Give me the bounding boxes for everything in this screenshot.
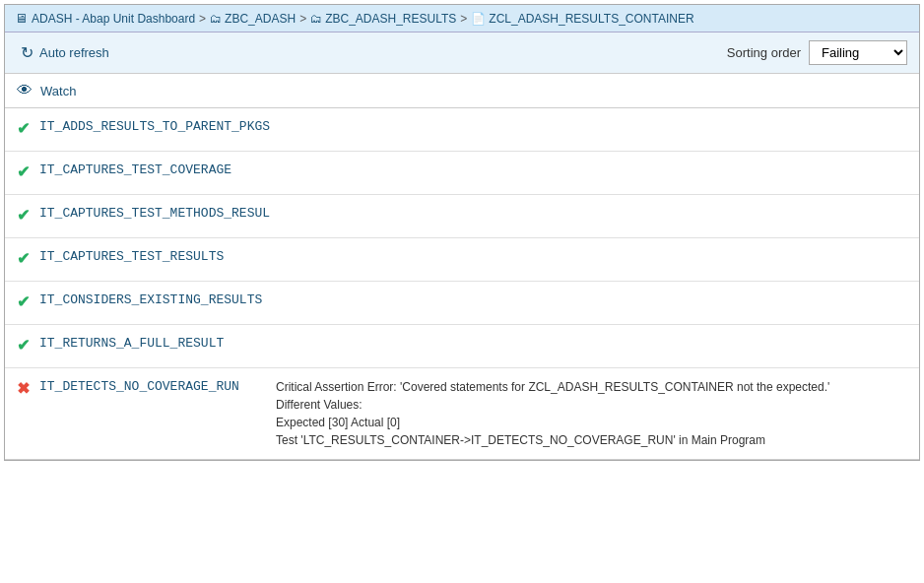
table-row[interactable]: ✔ IT_CAPTURES_TEST_COVERAGE [5, 152, 919, 195]
breadcrumb-root[interactable]: ADASH - Abap Unit Dashboard [32, 12, 195, 26]
test-name: IT_CONSIDERS_EXISTING_RESULTS [39, 292, 262, 307]
test-name: IT_ADDS_RESULTS_TO_PARENT_PKGS [39, 118, 270, 134]
sorting-order-select[interactable]: Failing Passing Name [809, 40, 907, 65]
breadcrumb-sep-1: > [199, 12, 206, 26]
refresh-icon: ↻ [21, 43, 33, 62]
pass-icon: ✔ [17, 292, 30, 311]
table-row[interactable]: ✖ IT_DETECTS_NO_COVERAGE_RUN Critical As… [5, 368, 919, 460]
breadcrumb: 🖥 ADASH - Abap Unit Dashboard > 🗂 ZBC_AD… [5, 5, 919, 32]
test-list: ✔ IT_ADDS_RESULTS_TO_PARENT_PKGS ✔ IT_CA… [5, 108, 919, 460]
watch-label: Watch [40, 84, 76, 98]
breadcrumb-item-2[interactable]: 🗂 ZBC_ADASH_RESULTS [310, 12, 456, 26]
breadcrumb-home-icon: 🖥 [15, 11, 28, 26]
toolbar: ↻ Auto refresh Sorting order Failing Pas… [5, 32, 919, 74]
document-icon: 📄 [471, 12, 486, 26]
table-row[interactable]: ✔ IT_RETURNS_A_FULL_RESULT [5, 325, 919, 368]
table-row[interactable]: ✔ IT_CAPTURES_TEST_RESULTS [5, 238, 919, 282]
test-name: IT_RETURNS_A_FULL_RESULT [39, 335, 256, 351]
pass-icon: ✔ [17, 336, 30, 355]
fail-icon: ✖ [17, 379, 30, 398]
toolbar-right: Sorting order Failing Passing Name [727, 40, 907, 65]
pass-icon: ✔ [17, 162, 30, 181]
watch-row[interactable]: 👁 Watch [5, 74, 919, 108]
test-error-detail: Critical Assertion Error: 'Covered state… [276, 378, 829, 449]
table-row[interactable]: ✔ IT_CONSIDERS_EXISTING_RESULTS [5, 282, 919, 325]
pass-icon: ✔ [17, 249, 30, 268]
eye-icon: 👁 [17, 82, 33, 99]
breadcrumb-item-3[interactable]: 📄 ZCL_ADASH_RESULTS_CONTAINER [471, 12, 693, 26]
test-name: IT_DETECTS_NO_COVERAGE_RUN [39, 378, 256, 394]
folder-icon-1: 🗂 [210, 12, 222, 26]
pass-icon: ✔ [17, 119, 30, 138]
table-row[interactable]: ✔ IT_CAPTURES_TEST_METHODS_RESUL [5, 195, 919, 238]
main-container: 🖥 ADASH - Abap Unit Dashboard > 🗂 ZBC_AD… [4, 4, 920, 461]
folder-icon-2: 🗂 [310, 12, 322, 26]
pass-icon: ✔ [17, 206, 30, 225]
breadcrumb-sep-2: > [299, 12, 306, 26]
auto-refresh-label: Auto refresh [39, 45, 109, 60]
auto-refresh-button[interactable]: ↻ Auto refresh [17, 41, 113, 64]
sorting-label: Sorting order [727, 45, 801, 60]
test-name: IT_CAPTURES_TEST_COVERAGE [39, 162, 256, 177]
test-name: IT_CAPTURES_TEST_METHODS_RESUL [39, 205, 270, 221]
table-row[interactable]: ✔ IT_ADDS_RESULTS_TO_PARENT_PKGS [5, 108, 919, 152]
toolbar-left: ↻ Auto refresh [17, 41, 113, 64]
breadcrumb-item-1[interactable]: 🗂 ZBC_ADASH [210, 12, 296, 26]
test-name: IT_CAPTURES_TEST_RESULTS [39, 248, 256, 264]
breadcrumb-sep-3: > [460, 12, 467, 26]
